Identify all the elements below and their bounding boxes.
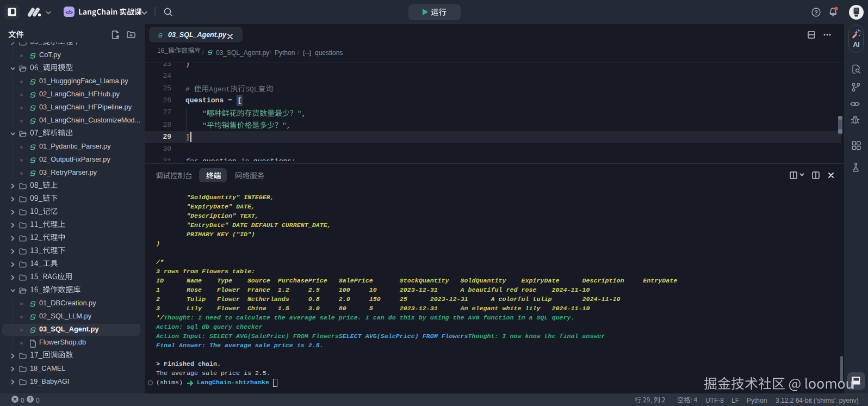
svg-text:?: ? <box>814 9 818 15</box>
svg-text:</>: </> <box>65 9 73 15</box>
